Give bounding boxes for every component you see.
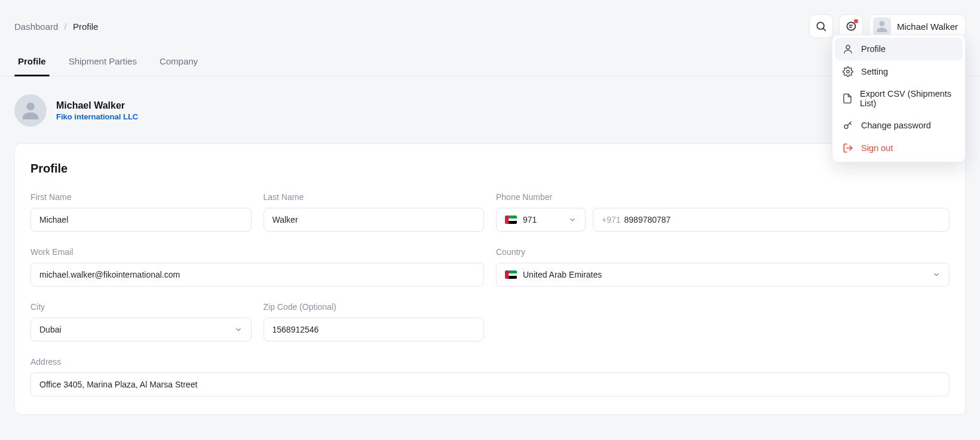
chevron-down-icon	[568, 216, 577, 224]
avatar	[873, 17, 891, 35]
zip-input[interactable]	[272, 318, 476, 341]
user-menu-item-label: Setting	[861, 67, 888, 76]
chevron-down-icon	[932, 270, 941, 279]
user-menu-item-label: Sign out	[861, 143, 893, 153]
svg-point-5	[26, 103, 34, 110]
profile-card-title: Profile	[30, 162, 950, 176]
address-label: Address	[30, 357, 950, 367]
phone-label: Phone Number	[496, 192, 950, 202]
phone-input[interactable]	[624, 208, 941, 231]
zip-field: Zip Code (Optional)	[264, 302, 485, 341]
city-label: City	[30, 302, 252, 312]
last-name-label: Last Name	[264, 192, 485, 202]
zip-label: Zip Code (Optional)	[264, 302, 485, 312]
user-menu-item-label: Profile	[861, 44, 886, 54]
svg-point-6	[846, 45, 850, 49]
first-name-input[interactable]	[39, 208, 243, 231]
file-csv-icon	[842, 93, 853, 104]
notification-dot-icon	[854, 19, 858, 23]
gear-icon	[842, 66, 854, 77]
user-icon	[842, 44, 854, 54]
first-name-field: First Name	[30, 192, 252, 232]
last-name-input[interactable]	[272, 208, 476, 231]
country-select[interactable]: United Arab Emirates	[496, 263, 950, 287]
tab-profile[interactable]: Profile	[14, 56, 50, 76]
breadcrumb-separator: /	[61, 21, 71, 32]
address-input[interactable]	[39, 373, 941, 396]
breadcrumb: Dashboard / Profile	[14, 21, 98, 32]
user-menu-item-label: Export CSV (Shipments List)	[860, 89, 956, 108]
address-field: Address	[30, 357, 950, 396]
user-menu: Profile Setting Export CSV (Shipments Li…	[832, 35, 966, 162]
user-menu-item-label: Change password	[861, 121, 931, 130]
work-email-label: Work Email	[30, 247, 484, 257]
profile-name: Michael Walker	[56, 100, 138, 111]
city-value: Dubai	[39, 325, 62, 334]
avatar	[14, 94, 47, 127]
user-menu-setting[interactable]: Setting	[835, 60, 963, 83]
tab-shipment-parties[interactable]: Shipment Parties	[65, 56, 140, 76]
key-icon	[842, 120, 854, 131]
svg-point-4	[880, 21, 885, 26]
tab-company[interactable]: Company	[156, 56, 201, 76]
phone-field: Phone Number 971 +971	[496, 192, 950, 232]
work-email-input[interactable]	[39, 263, 475, 286]
first-name-label: First Name	[30, 192, 252, 202]
city-field: City Dubai	[30, 302, 252, 341]
country-value: United Arab Emirates	[523, 270, 602, 279]
svg-point-7	[847, 70, 850, 73]
country-label: Country	[496, 247, 950, 257]
user-menu-change-password[interactable]: Change password	[835, 114, 963, 137]
sign-out-icon	[842, 143, 854, 153]
user-name: Michael Walker	[897, 21, 958, 32]
user-menu-profile[interactable]: Profile	[835, 38, 963, 60]
chevron-down-icon	[234, 325, 243, 334]
country-field: Country United Arab Emirates	[496, 247, 950, 287]
profile-identity: Michael Walker Fiko international LLC	[14, 94, 138, 127]
breadcrumb-root[interactable]: Dashboard	[14, 21, 58, 32]
profile-company: Fiko international LLC	[56, 112, 138, 121]
city-select[interactable]: Dubai	[30, 318, 252, 341]
breadcrumb-current: Profile	[73, 21, 99, 32]
svg-line-1	[823, 29, 826, 31]
phone-prefix: +971	[602, 215, 621, 224]
uae-flag-icon	[505, 270, 517, 279]
work-email-field: Work Email	[30, 247, 484, 287]
user-menu-export-csv[interactable]: Export CSV (Shipments List)	[835, 83, 963, 114]
phone-country-select[interactable]: 971	[496, 208, 586, 232]
search-icon	[815, 20, 827, 32]
svg-point-0	[817, 22, 824, 29]
uae-flag-icon	[505, 216, 517, 224]
last-name-field: Last Name	[264, 192, 485, 232]
profile-card: Profile First Name Last Name Phone Numbe…	[14, 143, 966, 415]
user-menu-sign-out[interactable]: Sign out	[835, 137, 963, 159]
phone-country-code: 971	[523, 215, 537, 224]
search-button[interactable]	[809, 14, 833, 38]
